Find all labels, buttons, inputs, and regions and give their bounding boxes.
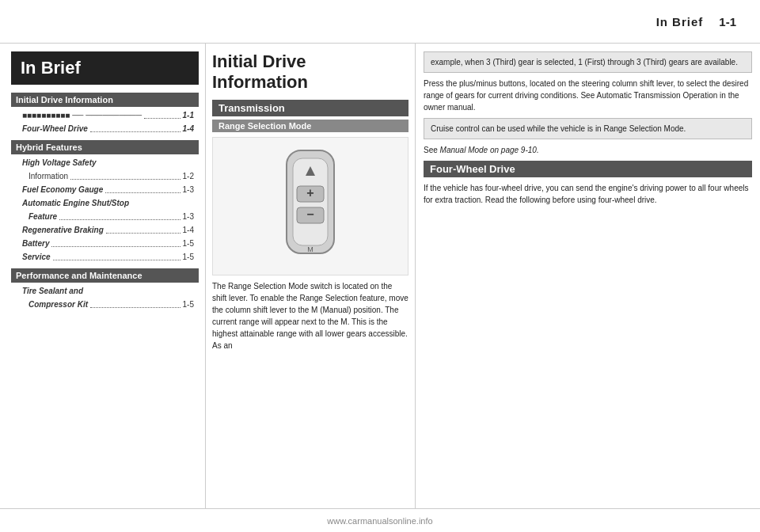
- shift-lever-diagram: + − M: [212, 137, 408, 276]
- shift-lever-svg: + − M: [271, 142, 350, 269]
- four-wheel-drive-body: If the vehicle has four-wheel drive, you…: [424, 182, 752, 206]
- toc-item: Automatic Engine Shut/Stop: [11, 196, 199, 210]
- section-title-box: In Brief: [11, 51, 199, 85]
- footer-url: www.carmanualsonline.info: [327, 516, 432, 526]
- range-selection-body-text: The Range Selection Mode switch is locat…: [212, 280, 408, 352]
- four-wheel-drive-header: Four-Wheel Drive: [424, 161, 752, 177]
- highlight-box-1: example, when 3 (Third) gear is selected…: [424, 51, 752, 73]
- content-main-title: Initial Drive Information: [212, 51, 408, 93]
- toc-item: Information 1-2: [11, 169, 199, 183]
- svg-text:+: +: [306, 186, 314, 200]
- toc-header-initial-drive: Initial Drive Information: [11, 93, 199, 107]
- body-text-1: Press the plus/minus buttons, located on…: [424, 78, 752, 113]
- main-content: In Brief Initial Drive Information ■■■■■…: [0, 44, 760, 508]
- toc-item: Four-Wheel Drive 1-4: [11, 122, 199, 135]
- middle-column: Initial Drive Information Transmission R…: [206, 44, 416, 508]
- highlight-box-2: Cruise control can be used while the veh…: [424, 118, 752, 139]
- toc-item: Compressor Kit 1-5: [11, 298, 199, 311]
- manual-mode-link-text[interactable]: Manual Mode on page 9-10.: [440, 146, 539, 154]
- toc-item: ■■■■■■■■■■ ── ────────── 1-1: [11, 108, 199, 122]
- toc-column: In Brief Initial Drive Information ■■■■■…: [0, 44, 206, 508]
- toc-item: Fuel Economy Gauge 1-3: [11, 183, 199, 196]
- toc-header-performance: Performance and Maintenance: [11, 268, 199, 283]
- toc-item: Tire Sealant and: [11, 284, 199, 298]
- toc-item: Service 1-5: [11, 250, 199, 264]
- manual-mode-link: See Manual Mode on page 9-10.: [424, 144, 752, 156]
- toc-item: Feature 1-3: [11, 210, 199, 223]
- header-section-title: In Brief: [656, 15, 704, 28]
- page-header: In Brief 1-1: [0, 0, 760, 44]
- page-footer: www.carmanualsonline.info: [0, 508, 760, 532]
- header-page-number: 1-1: [719, 15, 736, 28]
- toc-header-hybrid: Hybrid Features: [11, 140, 199, 154]
- toc-item: High Voltage Safety: [11, 156, 199, 169]
- section-title: In Brief: [21, 58, 81, 78]
- transmission-header: Transmission: [212, 100, 408, 116]
- toc-item: Battery 1-5: [11, 237, 199, 250]
- toc-item: Regenerative Braking 1-4: [11, 223, 199, 237]
- svg-text:−: −: [306, 207, 314, 221]
- range-selection-header: Range Selection Mode: [212, 120, 408, 132]
- svg-text:M: M: [307, 245, 314, 253]
- right-column: example, when 3 (Third) gear is selected…: [416, 44, 760, 508]
